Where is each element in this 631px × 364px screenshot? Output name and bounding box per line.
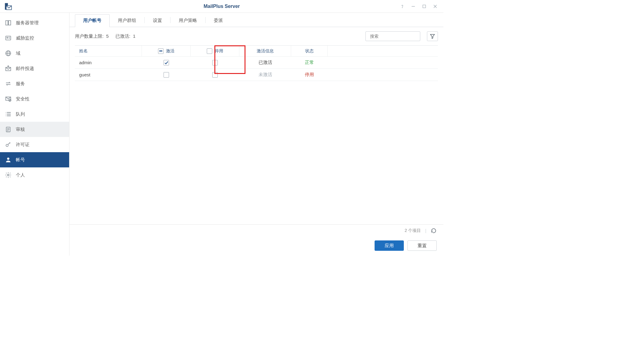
apply-button[interactable]: 应用: [375, 240, 404, 251]
globe-icon: [4, 49, 12, 57]
id-card-icon: [4, 34, 12, 42]
svg-point-2: [402, 7, 402, 8]
tab-0[interactable]: 用户帐号: [75, 14, 110, 27]
titlebar: MailPlus Server: [0, 0, 443, 13]
sidebar-item-label: 队列: [16, 111, 25, 117]
tab-4[interactable]: 委派: [206, 14, 231, 27]
cell-disable: [191, 60, 239, 65]
refresh-button[interactable]: [431, 228, 437, 234]
disable-checkbox[interactable]: [212, 72, 218, 78]
cell-activate: [142, 60, 191, 65]
cell-activate-info: 已激活: [239, 60, 291, 65]
tabs: 用户帐号用户群组设置用户策略委派: [69, 13, 443, 27]
sidebar-item-7[interactable]: 审核: [0, 122, 69, 137]
person-icon: [4, 156, 12, 164]
funnel-icon: [430, 33, 435, 39]
col-name[interactable]: 姓名: [75, 46, 142, 56]
svg-point-33: [7, 174, 9, 176]
sidebar-item-1[interactable]: 威胁监控: [0, 30, 69, 46]
help-icon[interactable]: [400, 4, 405, 9]
cell-state: 正常: [291, 60, 328, 65]
svg-point-31: [6, 144, 8, 146]
col-activate-info[interactable]: 激活信息: [239, 46, 291, 56]
cell-name: admin: [75, 60, 142, 65]
col-state[interactable]: 状态: [291, 46, 328, 56]
sidebar-item-3[interactable]: 邮件投递: [0, 61, 69, 76]
sidebar-item-10[interactable]: 个人: [0, 167, 69, 183]
sidebar-item-2[interactable]: 域: [0, 46, 69, 61]
table-row[interactable]: guest未激活停用: [75, 69, 438, 81]
maximize-icon[interactable]: [421, 4, 427, 9]
clipboard-icon: [4, 125, 12, 133]
mail-out-icon: [4, 65, 12, 72]
col-disable[interactable]: 停用: [191, 46, 239, 56]
close-icon[interactable]: [432, 4, 438, 9]
svg-point-10: [7, 37, 8, 38]
cell-state: 停用: [291, 72, 328, 78]
tab-2[interactable]: 设置: [145, 14, 170, 27]
col-activate[interactable]: 激活: [142, 46, 191, 56]
table-header: 姓名 激活 停用 激活信息 状态: [75, 46, 438, 57]
cell-activate-info: 未激活: [239, 72, 291, 78]
sidebar-item-label: 许可证: [16, 142, 30, 148]
user-limit-label: 用户数量上限: 5: [75, 33, 109, 39]
sidebar-item-label: 个人: [16, 172, 25, 178]
list-icon: [4, 110, 12, 118]
sidebar-item-9[interactable]: 帐号: [0, 152, 69, 167]
swap-icon: [4, 80, 12, 88]
window-title: MailPlus Server: [0, 4, 443, 9]
svg-rect-4: [423, 5, 425, 8]
minimize-icon[interactable]: [411, 4, 416, 9]
disable-checkbox[interactable]: [212, 60, 218, 65]
user-table: 姓名 激活 停用 激活信息 状态: [75, 45, 438, 224]
disable-header-checkbox[interactable]: [207, 48, 212, 54]
sidebar-item-label: 审核: [16, 127, 25, 132]
statusbar: 2 个项目 |: [69, 224, 443, 237]
activate-header-checkbox[interactable]: [158, 48, 164, 54]
content-area: 用户帐号用户群组设置用户策略委派 用户数量上限: 5 已激活: 1 姓名: [69, 13, 443, 256]
mail-shield-icon: [4, 95, 12, 103]
app-icon: [4, 2, 13, 11]
svg-rect-8: [9, 21, 11, 25]
sidebar-item-label: 服务: [16, 81, 25, 87]
cell-name: guest: [75, 72, 142, 77]
tab-1[interactable]: 用户群组: [110, 14, 144, 27]
sidebar-item-label: 服务器管理: [16, 20, 39, 26]
sidebar-item-8[interactable]: 许可证: [0, 137, 69, 152]
search-input[interactable]: [365, 31, 420, 41]
server-icon: [4, 19, 12, 27]
sidebar-item-0[interactable]: 服务器管理: [0, 15, 69, 30]
sidebar-item-5[interactable]: 安全性: [0, 91, 69, 107]
svg-rect-7: [6, 21, 8, 25]
toolbar: 用户数量上限: 5 已激活: 1: [69, 27, 443, 45]
sidebar-item-label: 域: [16, 51, 20, 56]
table-row[interactable]: admin已激活正常: [75, 57, 438, 69]
gear-icon: [4, 171, 12, 179]
sidebar-item-label: 邮件投递: [16, 66, 34, 72]
tab-3[interactable]: 用户策略: [171, 14, 205, 27]
svg-point-32: [7, 158, 9, 160]
activate-checkbox[interactable]: [164, 72, 169, 78]
svg-rect-9: [6, 36, 11, 40]
activated-count-label: 已激活: 1: [115, 33, 136, 39]
sidebar-item-label: 威胁监控: [16, 35, 34, 41]
cell-disable: [191, 72, 239, 78]
sidebar-item-label: 帐号: [16, 157, 25, 163]
filter-button[interactable]: [427, 31, 438, 41]
item-count: 2 个项目: [405, 228, 421, 233]
key-icon: [4, 141, 12, 149]
reset-button[interactable]: 重置: [407, 240, 437, 251]
footer: 应用 重置: [69, 237, 443, 256]
sidebar-item-6[interactable]: 队列: [0, 107, 69, 122]
sidebar: 服务器管理威胁监控域邮件投递服务安全性队列审核许可证帐号个人: [0, 13, 69, 256]
svg-marker-36: [430, 34, 435, 39]
activate-checkbox[interactable]: [164, 60, 169, 65]
sidebar-item-label: 安全性: [16, 96, 30, 102]
cell-activate: [142, 72, 191, 78]
sidebar-item-4[interactable]: 服务: [0, 76, 69, 91]
